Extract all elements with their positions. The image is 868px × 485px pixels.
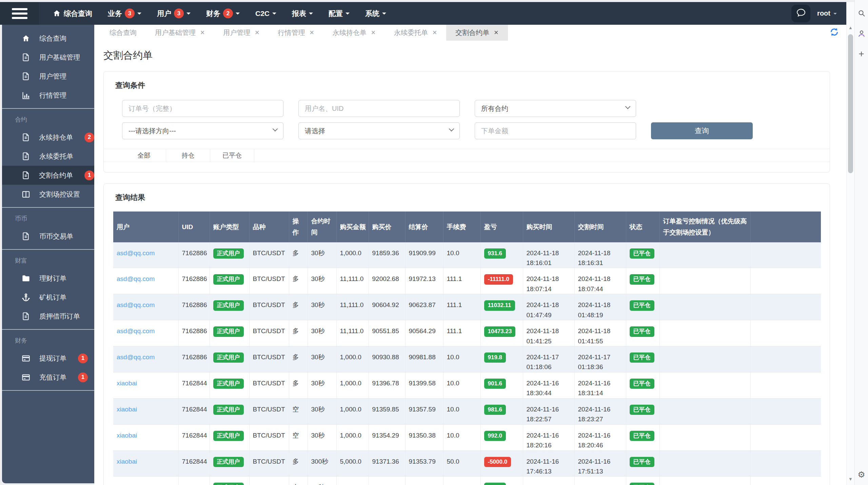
nav-item-报表[interactable]: 报表 xyxy=(292,9,313,18)
user-link[interactable]: asd@qq.com xyxy=(117,327,155,335)
notification-badge: 1 xyxy=(78,372,88,382)
search-icon[interactable] xyxy=(857,9,866,18)
filter-tab-持仓[interactable]: 持仓 xyxy=(166,149,210,162)
sidebar-item-质押借币订单[interactable]: 质押借币订单 xyxy=(2,307,94,326)
close-icon[interactable]: ✕ xyxy=(432,29,437,36)
sidebar-item-永续委托单[interactable]: 永续委托单 xyxy=(2,147,94,166)
nav-item-财务[interactable]: 财务2 xyxy=(206,8,240,18)
scrollbar-thumb[interactable] xyxy=(848,34,853,173)
pnl-badge: 981.6 xyxy=(484,405,506,415)
filter-tab-全部[interactable]: 全部 xyxy=(122,149,166,162)
tab-交割合约单[interactable]: 交割合约单✕ xyxy=(446,25,508,41)
close-icon[interactable]: ✕ xyxy=(310,29,314,36)
sidebar-item-label: 用户管理 xyxy=(39,72,66,81)
sidebar-item-矿机订单[interactable]: 矿机订单 xyxy=(2,288,94,307)
query-panel-title: 查询条件 xyxy=(104,80,830,90)
sidebar-item-提现订单[interactable]: 提现订单1 xyxy=(2,349,94,368)
settings-gear-icon[interactable]: ⚙ xyxy=(857,470,866,479)
account-type-badge: 正式用户 xyxy=(213,248,244,259)
column-header xyxy=(750,211,821,242)
chat-button[interactable] xyxy=(791,5,810,22)
user-link[interactable]: asd@qq.com xyxy=(117,301,155,308)
sidebar-item-永续持仓单[interactable]: 永续持仓单2 xyxy=(2,128,94,147)
tab-综合查询[interactable]: 综合查询 xyxy=(100,25,146,41)
contract-select[interactable]: 所有合约 xyxy=(475,100,636,117)
sidebar-item-币币交易单[interactable]: 币币交易单 xyxy=(2,227,94,246)
scroll-up-arrow[interactable]: ▲ xyxy=(847,25,854,30)
user-link[interactable]: xiaobai xyxy=(117,484,137,485)
sidebar-section-label: 财富 xyxy=(2,250,94,269)
tab-永续委托单[interactable]: 永续委托单✕ xyxy=(385,25,446,41)
search-button[interactable]: 查询 xyxy=(651,122,753,139)
user-menu[interactable]: root xyxy=(817,9,837,17)
user-link[interactable]: xiaobai xyxy=(117,380,137,387)
sidebar-item-综合查询[interactable]: 综合查询 xyxy=(2,29,94,48)
sidebar-item-label: 充值订单 xyxy=(39,373,66,382)
nav-item-综合查询[interactable]: 综合查询 xyxy=(53,9,92,18)
user-link[interactable]: asd@qq.com xyxy=(117,275,155,282)
sidebar-item-label: 永续委托单 xyxy=(39,152,73,161)
nav-item-系统[interactable]: 系统 xyxy=(365,9,386,18)
tab-strip: 综合查询用户基础管理✕用户管理✕行情管理✕永续持仓单✕永续委托单✕交割合约单✕ xyxy=(94,25,846,41)
close-icon[interactable]: ✕ xyxy=(494,29,498,36)
nav-item-C2C[interactable]: C2C xyxy=(255,9,276,18)
sidebar-item-label: 行情管理 xyxy=(39,91,66,100)
user-link[interactable]: asd@qq.com xyxy=(117,353,155,361)
notification-badge: 3 xyxy=(174,8,184,18)
user-link[interactable]: xiaobai xyxy=(117,458,137,465)
sidebar-item-理财订单[interactable]: 理财订单 xyxy=(2,269,94,288)
username-uid-input[interactable] xyxy=(298,100,460,117)
table-row: xiaobai7162844正式用户BTC/USDT空30秒1,000.0914… xyxy=(113,477,821,485)
chevron-down-icon xyxy=(186,13,191,17)
sidebar-item-用户管理[interactable]: 用户管理 xyxy=(2,67,94,86)
filter-tab-已平仓[interactable]: 已平仓 xyxy=(210,149,254,162)
user-link[interactable]: asd@qq.com xyxy=(117,249,155,257)
sidebar: 综合查询用户基础管理用户管理行情管理合约永续持仓单2永续委托单交割合约单1交割场… xyxy=(2,25,94,483)
status-badge: 已平仓 xyxy=(630,431,654,441)
scrollbar[interactable]: ▲ ▼ xyxy=(846,2,854,485)
tab-永续持仓单[interactable]: 永续持仓单✕ xyxy=(323,25,385,41)
refresh-button[interactable] xyxy=(830,27,839,38)
tab-bar: 综合查询用户基础管理✕用户管理✕行情管理✕永续持仓单✕永续委托单✕交割合约单✕ xyxy=(100,25,508,41)
sidebar-item-label: 质押借币订单 xyxy=(39,312,80,321)
profile-icon[interactable] xyxy=(857,29,866,38)
nav-item-配置[interactable]: 配置 xyxy=(329,9,350,18)
sidebar-item-用户基础管理[interactable]: 用户基础管理 xyxy=(2,48,94,67)
status-select[interactable]: 请选择 xyxy=(298,122,460,139)
column-header: 订单盈亏控制情况（优先级高于交割场控设置） xyxy=(659,211,750,242)
column-header: 品种 xyxy=(249,211,289,242)
direction-select[interactable]: ---请选择方向--- xyxy=(122,122,283,139)
card-icon xyxy=(21,354,31,363)
sidebar-item-label: 币币交易单 xyxy=(39,232,73,241)
sidebar-item-交割场控设置[interactable]: 交割场控设置 xyxy=(2,185,94,204)
sidebar-item-充值订单[interactable]: 充值订单1 xyxy=(2,368,94,387)
tab-用户基础管理[interactable]: 用户基础管理✕ xyxy=(146,25,214,41)
table-row: asd@qq.com7162886正式用户BTC/USDT多30秒1,000.0… xyxy=(113,346,821,372)
close-icon[interactable]: ✕ xyxy=(371,29,376,36)
add-icon[interactable]: + xyxy=(857,49,866,58)
chevron-down-icon xyxy=(382,13,386,17)
tab-行情管理[interactable]: 行情管理✕ xyxy=(269,25,323,41)
order-number-input[interactable] xyxy=(122,100,283,117)
status-badge: 已平仓 xyxy=(630,274,654,284)
scroll-down-arrow[interactable]: ▼ xyxy=(847,477,854,482)
close-icon[interactable]: ✕ xyxy=(200,29,205,36)
sidebar-section-label: 币币 xyxy=(2,208,94,227)
tab-用户管理[interactable]: 用户管理✕ xyxy=(214,25,269,41)
table-row: xiaobai7162844正式用户BTC/USDT空30秒1,000.0913… xyxy=(113,424,821,450)
sidebar-item-交割合约单[interactable]: 交割合约单1 xyxy=(2,166,94,185)
chat-bubble-icon xyxy=(796,8,806,18)
sidebar-toggle-button[interactable] xyxy=(0,2,39,25)
account-type-badge: 正式用户 xyxy=(213,483,244,485)
order-amount-input[interactable] xyxy=(475,122,636,139)
chevron-down-icon xyxy=(346,13,350,17)
navbar-menu: 综合查询业务3用户3财务2C2C报表配置系统 xyxy=(53,8,386,18)
user-link[interactable]: xiaobai xyxy=(117,406,137,413)
nav-item-业务[interactable]: 业务3 xyxy=(108,8,141,18)
nav-item-label: 财务 xyxy=(206,9,220,18)
home-icon xyxy=(21,34,31,43)
sidebar-item-行情管理[interactable]: 行情管理 xyxy=(2,86,94,105)
close-icon[interactable]: ✕ xyxy=(255,29,259,36)
nav-item-用户[interactable]: 用户3 xyxy=(157,8,191,18)
user-link[interactable]: xiaobai xyxy=(117,432,137,439)
